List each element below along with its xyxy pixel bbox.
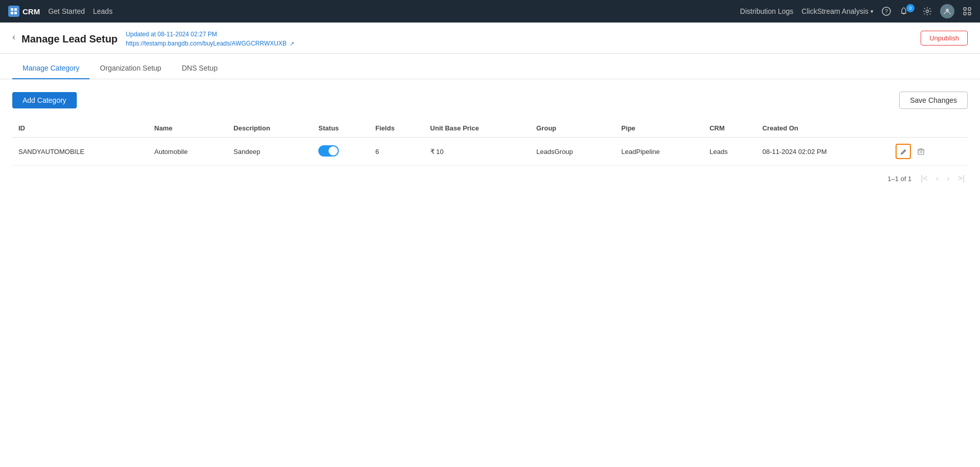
tab-manage-category[interactable]: Manage Category <box>12 58 90 79</box>
back-button[interactable]: ‹ <box>12 32 15 42</box>
col-unit-base-price: Unit Base Price <box>424 119 530 138</box>
col-status: Status <box>312 119 369 138</box>
tabs-bar: Manage Category Organization Setup DNS S… <box>0 58 980 79</box>
distribution-logs-link[interactable]: Distribution Logs <box>740 7 793 15</box>
pagination-info: 1–1 of 1 <box>887 175 911 183</box>
cell-description: Sandeep <box>227 138 312 166</box>
pagination-prev-button[interactable]: ‹ <box>933 172 942 185</box>
svg-rect-11 <box>968 12 971 15</box>
svg-rect-2 <box>11 12 13 14</box>
col-pipe: Pipe <box>615 119 703 138</box>
table-header-row: ID Name Description Status Fields Unit B… <box>12 119 968 138</box>
pagination-next-button[interactable]: › <box>944 172 952 185</box>
svg-rect-3 <box>14 12 17 14</box>
page-title: Manage Lead Setup <box>21 33 118 45</box>
cell-created-on: 08-11-2024 02:02 PM <box>756 138 889 166</box>
main-content: Add Category Save Changes ID Name Descri… <box>0 79 980 197</box>
cell-actions <box>889 138 968 166</box>
nav-get-started[interactable]: Get Started <box>48 7 85 15</box>
unpublish-button[interactable]: Unpublish <box>921 31 968 46</box>
logo[interactable]: CRM <box>8 6 40 17</box>
svg-rect-8 <box>964 8 966 10</box>
page-meta: Updated at 08-11-2024 02:27 PM https://t… <box>126 31 294 47</box>
action-buttons <box>896 144 962 159</box>
topnav-right: Distribution Logs ClickStream Analysis ▾… <box>740 4 972 18</box>
col-id: ID <box>12 119 148 138</box>
svg-rect-10 <box>964 12 966 15</box>
save-changes-button[interactable]: Save Changes <box>899 92 968 109</box>
page-container: ‹ Manage Lead Setup Updated at 08-11-202… <box>0 23 980 467</box>
svg-point-7 <box>946 9 949 12</box>
cell-pipe: LeadPipeline <box>615 138 703 166</box>
avatar[interactable] <box>940 4 954 18</box>
page-header: ‹ Manage Lead Setup Updated at 08-11-202… <box>0 23 980 54</box>
clickstream-link[interactable]: ClickStream Analysis ▾ <box>801 7 874 15</box>
cell-crm: Leads <box>703 138 756 166</box>
col-description: Description <box>227 119 312 138</box>
toolbar: Add Category Save Changes <box>12 92 968 109</box>
tab-organization-setup[interactable]: Organization Setup <box>90 58 171 79</box>
url-text: https://testamp.bangdb.com/buyLeads/AWGG… <box>126 40 287 47</box>
cell-unit-base-price: ₹ 10 <box>424 138 530 166</box>
col-fields: Fields <box>369 119 424 138</box>
external-link-icon: ↗ <box>290 40 294 47</box>
svg-rect-0 <box>11 8 13 11</box>
delete-button[interactable] <box>913 144 928 159</box>
svg-rect-12 <box>918 150 924 154</box>
logo-icon <box>8 6 19 17</box>
tab-dns-setup[interactable]: DNS Setup <box>171 58 228 79</box>
col-crm: CRM <box>703 119 756 138</box>
grid-apps-icon[interactable] <box>963 7 972 16</box>
settings-icon[interactable] <box>923 7 932 16</box>
table-row: SANDYAUTOMOBILE Automobile Sandeep 6 ₹ 1… <box>12 138 968 166</box>
svg-point-6 <box>926 10 929 13</box>
svg-rect-1 <box>14 8 17 11</box>
col-created-on: Created On <box>756 119 889 138</box>
pagination-last-button[interactable]: >| <box>955 172 968 185</box>
chevron-down-icon: ▾ <box>870 8 874 15</box>
col-name: Name <box>148 119 228 138</box>
page-url[interactable]: https://testamp.bangdb.com/buyLeads/AWGG… <box>126 40 294 47</box>
col-actions <box>889 119 968 138</box>
cell-name: Automobile <box>148 138 228 166</box>
header-actions: Unpublish <box>921 31 968 46</box>
cell-fields: 6 <box>369 138 424 166</box>
add-category-button[interactable]: Add Category <box>12 92 77 108</box>
notifications-icon[interactable]: 0 <box>899 7 914 16</box>
edit-button[interactable] <box>896 144 911 159</box>
svg-rect-9 <box>968 8 971 10</box>
nav-leads[interactable]: Leads <box>93 7 113 15</box>
top-navigation: CRM Get Started Leads Distribution Logs … <box>0 0 980 23</box>
cell-id: SANDYAUTOMOBILE <box>12 138 148 166</box>
logo-text: CRM <box>23 7 40 16</box>
update-info: Updated at 08-11-2024 02:27 PM <box>126 31 294 38</box>
cell-status <box>312 138 369 166</box>
status-toggle[interactable] <box>318 145 339 157</box>
clickstream-label: ClickStream Analysis <box>801 7 868 15</box>
pagination-first-button[interactable]: |< <box>918 172 931 185</box>
cell-group: LeadsGroup <box>530 138 615 166</box>
svg-text:?: ? <box>885 8 888 14</box>
help-icon[interactable]: ? <box>882 7 891 16</box>
category-table: ID Name Description Status Fields Unit B… <box>12 119 968 166</box>
notification-count: 0 <box>906 4 914 12</box>
pagination: 1–1 of 1 |< ‹ › >| <box>12 172 968 185</box>
col-group: Group <box>530 119 615 138</box>
